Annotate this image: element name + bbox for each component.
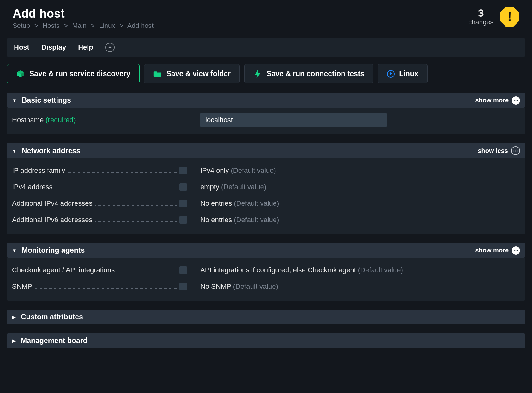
toggle-label: show more	[475, 97, 509, 104]
override-checkbox[interactable]	[179, 266, 187, 274]
field-value: IPv4 only	[200, 166, 229, 175]
section-header[interactable]: ▼ Monitoring agents show more ⋯	[7, 243, 525, 258]
page-title: Add host	[13, 7, 154, 21]
field-value: empty	[200, 183, 219, 191]
section-basic-settings: ▼ Basic settings show more ⋯ Hostname (r…	[7, 93, 525, 134]
chevron-down-icon: ▼	[12, 248, 17, 253]
dotted-leader	[118, 267, 177, 272]
menu-help[interactable]: Help	[78, 43, 93, 51]
chevron-down-icon: ▼	[12, 148, 17, 154]
arrow-up-circle-icon	[387, 70, 395, 78]
toolbar: Save & run service discovery Save & view…	[0, 57, 532, 87]
section-network-address: ▼ Network address show less ⋯ IP address…	[7, 143, 525, 234]
warning-icon[interactable]: !	[500, 7, 519, 27]
bolt-icon	[253, 70, 262, 78]
section-header[interactable]: ▼ Basic settings show more ⋯	[7, 93, 525, 108]
section-title: Custom attributes	[21, 313, 83, 321]
hostname-input[interactable]	[200, 113, 387, 127]
required-tag: (required)	[45, 116, 76, 124]
breadcrumb-item[interactable]: Linux	[99, 22, 115, 29]
default-tag: (Default value)	[233, 282, 278, 291]
field-label: Hostname	[12, 116, 44, 124]
breadcrumb-item[interactable]: Setup	[13, 22, 30, 29]
override-checkbox[interactable]	[179, 216, 187, 224]
override-checkbox[interactable]	[179, 167, 187, 174]
default-tag: (Default value)	[221, 183, 266, 191]
section-title: Monitoring agents	[22, 246, 85, 255]
save-run-connection-tests-button[interactable]: Save & run connection tests	[244, 64, 373, 83]
button-label: Save & run connection tests	[267, 70, 364, 78]
parent-folder-button[interactable]: Linux	[378, 64, 427, 83]
section-custom-attributes: ▶ Custom attributes	[7, 310, 525, 324]
dotted-leader	[68, 167, 177, 173]
breadcrumb-sep: >	[64, 22, 68, 29]
show-less-toggle[interactable]: show less ⋯	[478, 146, 520, 155]
chevron-down-icon: ▼	[12, 98, 17, 103]
default-tag: (Default value)	[234, 216, 279, 224]
button-label: Save & view folder	[166, 70, 231, 78]
dotted-leader	[56, 184, 177, 189]
dotted-leader	[35, 283, 177, 289]
section-title: Management board	[21, 336, 88, 345]
default-tag: (Default value)	[358, 266, 403, 274]
chevron-right-icon: ▶	[12, 338, 16, 344]
field-label: IPv4 address	[12, 183, 52, 191]
chevron-right-icon: ▶	[12, 314, 16, 320]
dots-icon: ⋯	[512, 246, 520, 255]
cube-icon	[16, 70, 25, 78]
breadcrumb-item: Add host	[127, 22, 154, 29]
breadcrumb-sep: >	[91, 22, 95, 29]
breadcrumb: Setup > Hosts > Main > Linux > Add host	[13, 22, 154, 29]
section-header[interactable]: ▶ Custom attributes	[7, 310, 525, 324]
section-title: Basic settings	[22, 96, 71, 105]
show-more-toggle[interactable]: show more ⋯	[475, 246, 520, 255]
override-checkbox[interactable]	[179, 183, 187, 191]
breadcrumb-sep: >	[34, 22, 38, 29]
section-title: Network address	[22, 147, 80, 155]
section-header[interactable]: ▶ Management board	[7, 333, 525, 348]
field-label: Checkmk agent / API integrations	[12, 266, 115, 274]
field-label: Additional IPv6 addresses	[12, 216, 92, 224]
toggle-label: show less	[478, 147, 508, 154]
collapse-menubar-icon[interactable]	[105, 43, 115, 52]
changes-count: 3	[469, 8, 493, 18]
menu-host[interactable]: Host	[14, 43, 29, 51]
field-label: SNMP	[12, 282, 32, 291]
button-label: Save & run service discovery	[29, 70, 130, 78]
field-value: No entries	[200, 199, 232, 208]
exclamation-icon: !	[507, 9, 512, 24]
menubar: Host Display Help	[7, 38, 525, 57]
field-value: No entries	[200, 216, 232, 224]
changes-label: changes	[469, 18, 493, 26]
dotted-leader	[95, 216, 177, 222]
dotted-leader	[95, 200, 177, 206]
breadcrumb-item[interactable]: Hosts	[43, 22, 60, 29]
folder-icon	[153, 70, 162, 78]
override-checkbox[interactable]	[179, 283, 187, 290]
default-tag: (Default value)	[234, 199, 279, 208]
toggle-label: show more	[475, 247, 509, 254]
field-value: No SNMP	[200, 282, 231, 291]
breadcrumb-sep: >	[119, 22, 123, 29]
menu-display[interactable]: Display	[41, 43, 66, 51]
save-view-folder-button[interactable]: Save & view folder	[144, 64, 240, 83]
field-value: API integrations if configured, else Che…	[200, 266, 356, 274]
show-more-toggle[interactable]: show more ⋯	[475, 96, 520, 105]
pending-changes[interactable]: 3 changes	[469, 8, 493, 26]
dots-icon: ⋯	[511, 146, 520, 155]
dotted-leader	[79, 117, 177, 122]
section-management-board: ▶ Management board	[7, 333, 525, 348]
save-run-discovery-button[interactable]: Save & run service discovery	[7, 64, 140, 83]
breadcrumb-item[interactable]: Main	[72, 22, 87, 29]
default-tag: (Default value)	[231, 166, 276, 175]
section-header[interactable]: ▼ Network address show less ⋯	[7, 143, 525, 158]
field-label: Additional IPv4 addresses	[12, 199, 92, 208]
field-label: IP address family	[12, 166, 65, 175]
override-checkbox[interactable]	[179, 200, 187, 207]
dots-icon: ⋯	[512, 96, 520, 105]
section-monitoring-agents: ▼ Monitoring agents show more ⋯ Checkmk …	[7, 243, 525, 301]
button-label: Linux	[399, 70, 418, 78]
